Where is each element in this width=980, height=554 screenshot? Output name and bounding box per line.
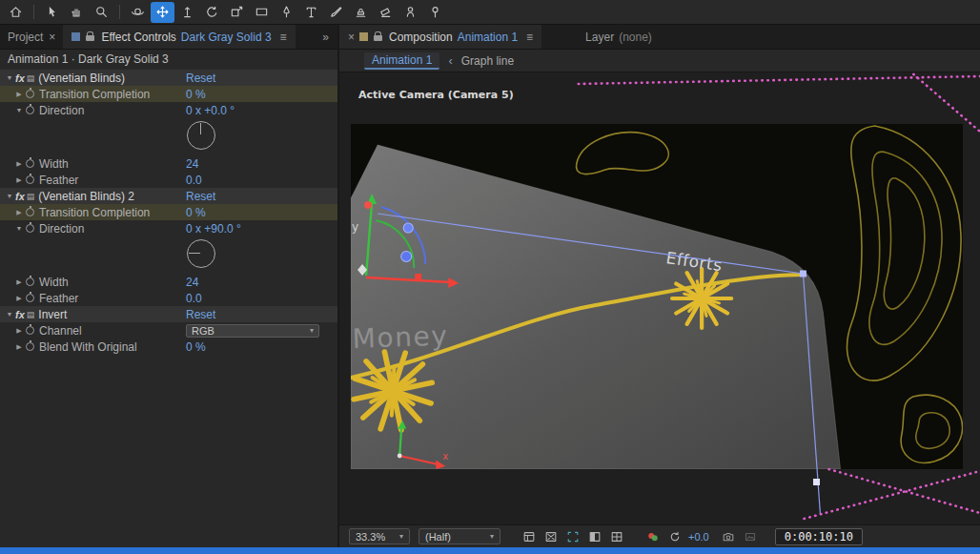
close-icon[interactable]: × (348, 31, 355, 44)
panel-overflow-icon[interactable]: » (314, 25, 337, 49)
gizmo-center-dot[interactable] (398, 454, 402, 459)
mask-visibility-icon[interactable] (541, 528, 561, 545)
reset-button[interactable]: Reset (186, 72, 215, 85)
twirl-icon[interactable]: ▼ (4, 74, 15, 81)
property-value[interactable]: 0 % (186, 206, 206, 219)
resolution-dropdown[interactable]: (Half) ▾ (419, 528, 500, 544)
twirl-icon[interactable]: ▶ (13, 295, 25, 302)
stopwatch-icon[interactable] (26, 342, 34, 351)
direction-dial[interactable] (187, 239, 215, 268)
tab-project[interactable]: Project × (0, 25, 63, 49)
roto-brush-tool[interactable] (398, 2, 422, 23)
property-value[interactable]: 0 % (186, 88, 206, 101)
reset-exposure-icon[interactable] (665, 528, 684, 545)
breadcrumb-parent-comp[interactable]: Graph line (461, 54, 514, 68)
stopwatch-icon[interactable] (26, 175, 34, 184)
twirl-icon[interactable]: ▼ (13, 225, 25, 232)
effect-controls-tab-label: Effect Controls (101, 31, 175, 44)
clone-stamp-tool[interactable] (349, 2, 373, 23)
stopwatch-icon[interactable] (26, 208, 34, 216)
stopwatch-icon[interactable] (26, 90, 34, 98)
breadcrumb-current-comp[interactable]: Animation 1 (364, 52, 439, 70)
brush-tool[interactable] (324, 2, 348, 23)
selection-tool[interactable] (40, 2, 64, 23)
track-z-camera-tool[interactable] (175, 2, 199, 23)
twirl-icon[interactable]: ▶ (13, 343, 25, 351)
view-layout-icon[interactable] (607, 528, 626, 545)
gizmo-red-handle[interactable] (364, 201, 372, 209)
reset-button[interactable]: Reset (186, 190, 215, 203)
view-options-icon[interactable] (520, 528, 539, 545)
property-value[interactable]: 0.0 (186, 292, 202, 305)
composition-canvas[interactable]: Active Camera (Camera 5) (339, 72, 980, 524)
stopwatch-icon[interactable] (26, 106, 34, 114)
property-value[interactable]: 0 x +0.0 ° (186, 104, 235, 117)
stopwatch-icon[interactable] (26, 326, 34, 335)
gizmo-blue-handle[interactable] (401, 252, 412, 262)
snapshot-icon[interactable] (719, 528, 738, 545)
track-xy-camera-tool[interactable] (151, 2, 174, 23)
selection-handle[interactable] (813, 479, 820, 485)
eraser-tool[interactable] (374, 2, 398, 23)
effect-row: ▼fx▤(Venetian Blinds)Reset (0, 70, 337, 86)
toolbar-separator (119, 5, 120, 19)
puppet-pin-tool[interactable] (423, 2, 447, 23)
selection-handle[interactable] (800, 271, 806, 277)
twirl-icon[interactable]: ▶ (13, 278, 25, 286)
money-text-layer[interactable]: Money (352, 320, 449, 355)
twirl-icon[interactable]: ▶ (13, 91, 25, 98)
region-of-interest-icon[interactable] (563, 528, 582, 545)
tab-effect-controls[interactable]: Effect Controls Dark Gray Solid 3 ≡ (63, 25, 295, 49)
show-snapshot-icon[interactable] (741, 528, 760, 545)
property-label: Blend With Original (39, 340, 137, 354)
type-tool[interactable] (299, 2, 323, 23)
panel-menu-icon[interactable]: ≡ (280, 31, 287, 44)
twirl-icon[interactable]: ▶ (13, 209, 25, 216)
breadcrumb-back-icon[interactable]: ‹ (448, 53, 452, 68)
twirl-icon[interactable]: ▶ (13, 176, 25, 184)
property-value[interactable]: 0.0 (186, 174, 202, 187)
gizmo-red-square[interactable] (415, 274, 421, 280)
composition-viewport[interactable]: Active Camera (Camera 5) (339, 72, 980, 524)
reset-button[interactable]: Reset (186, 308, 215, 321)
stopwatch-icon[interactable] (26, 224, 34, 233)
timecode[interactable]: 0:00:10:10 (775, 528, 863, 545)
twirl-icon[interactable]: ▶ (13, 327, 25, 335)
panel-menu-icon[interactable]: ≡ (526, 31, 533, 44)
property-value[interactable]: 24 (186, 276, 198, 289)
effect-controls-target-layer: Dark Gray Solid 3 (181, 31, 272, 44)
pan-behind-tool[interactable] (225, 2, 249, 23)
lock-icon[interactable] (86, 35, 94, 41)
zoom-tool[interactable] (90, 2, 113, 23)
magnification-dropdown[interactable]: 33.3% ▾ (349, 528, 410, 544)
stopwatch-icon[interactable] (26, 159, 34, 168)
twirl-icon[interactable]: ▶ (13, 160, 25, 168)
twirl-icon[interactable]: ▼ (13, 107, 25, 113)
property-value[interactable]: 0 % (186, 340, 206, 354)
channels-icon[interactable] (643, 528, 663, 545)
fx-badge: fx (15, 191, 25, 202)
effect-controls-panel: Project × Effect Controls Dark Gray Soli… (0, 25, 339, 554)
twirl-icon[interactable]: ▼ (4, 311, 15, 318)
property-value[interactable]: 24 (186, 157, 198, 171)
close-icon[interactable]: × (49, 31, 55, 44)
transparency-grid-icon[interactable] (585, 528, 604, 545)
twirl-icon[interactable]: ▼ (4, 193, 15, 199)
hand-tool[interactable] (65, 2, 89, 23)
direction-dial[interactable] (187, 121, 215, 150)
pen-tool[interactable] (275, 2, 298, 23)
home-tool[interactable] (4, 2, 28, 23)
orbit-camera-tool[interactable] (126, 2, 150, 23)
stopwatch-icon[interactable] (26, 277, 34, 286)
exposure-value[interactable]: +0.0 (688, 531, 709, 543)
rotation-tool[interactable] (200, 2, 224, 23)
property-value[interactable]: 0 x +90.0 ° (186, 222, 241, 236)
stopwatch-icon[interactable] (26, 294, 34, 302)
tab-layer[interactable]: Layer (none) (576, 25, 662, 49)
channel-dropdown[interactable]: RGB▾ (186, 324, 319, 338)
rectangle-tool[interactable] (250, 2, 274, 23)
gizmo-blue-handle[interactable] (403, 223, 413, 233)
lock-icon[interactable] (374, 35, 382, 41)
tab-composition[interactable]: × Composition Animation 1 ≡ (339, 25, 541, 49)
property-row: ▶Transition Completion0 % (0, 86, 337, 102)
